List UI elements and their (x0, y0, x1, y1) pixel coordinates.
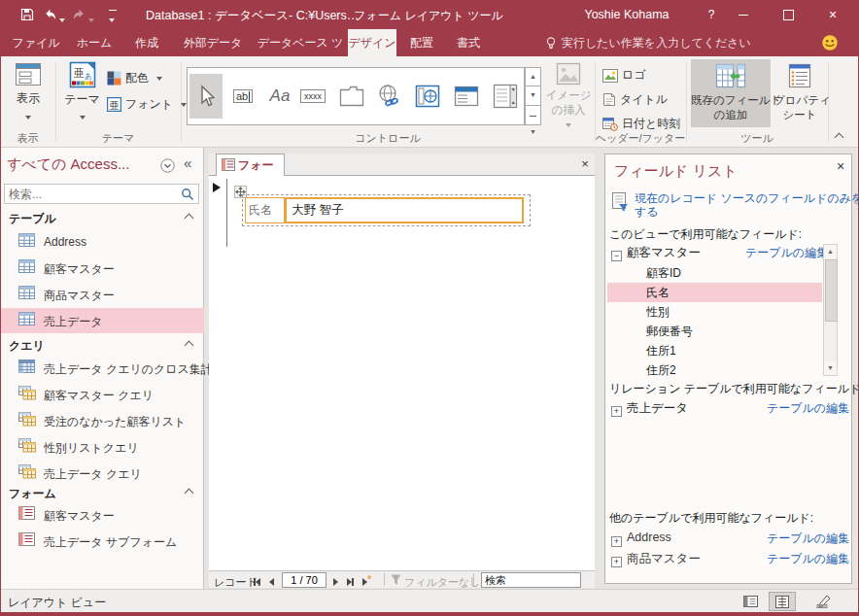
redo-dropdown-icon[interactable] (88, 13, 94, 26)
edit-table-link-related[interactable]: テーブルの編集 (767, 400, 849, 417)
record-position-box[interactable] (282, 572, 326, 588)
new-record-icon[interactable]: * (362, 576, 371, 588)
tab-database-tools[interactable]: データベース ツール (253, 29, 348, 56)
tab-external-data[interactable]: 外部データ (177, 29, 249, 56)
label-control-button[interactable]: Aa (263, 74, 296, 119)
edit-table-link-address[interactable]: テーブルの編集 (767, 530, 849, 547)
help-button[interactable]: ? (702, 8, 721, 21)
form-field-label[interactable]: 氏名 (245, 197, 285, 223)
nav-group-queries[interactable]: クエリ (1, 334, 204, 356)
user-name[interactable]: Yoshie Kohama (568, 8, 685, 21)
tellme-box[interactable]: 実行したい作業を入力してください (562, 29, 751, 56)
nav-item-customer-master-form[interactable]: 顧客マスター (1, 502, 204, 528)
undo-icon[interactable] (43, 8, 57, 21)
previous-record-icon[interactable] (269, 576, 274, 588)
nav-item-sales-data-subform[interactable]: 売上データ サブフォーム (1, 529, 204, 554)
collapse-ribbon-icon[interactable] (836, 130, 842, 144)
gallery-more-button[interactable]: ▼ (525, 106, 541, 125)
themes-button[interactable]: 亜あ テーマ (59, 60, 105, 123)
field-item[interactable]: 住所2 (646, 360, 676, 376)
tab-format[interactable]: 書式 (445, 29, 492, 56)
insert-image-button[interactable]: イメージ の挿入 (544, 62, 593, 131)
next-record-icon[interactable] (333, 576, 338, 588)
feedback-smiley-icon[interactable] (821, 34, 839, 51)
logo-button[interactable]: ロゴ (602, 65, 646, 85)
select-tool-button[interactable] (189, 74, 223, 119)
show-only-current-source-link[interactable]: 現在のレコード ソースのフィールドのみを表示 (635, 190, 859, 207)
expand-tree-icon[interactable]: + (611, 533, 622, 547)
nav-item-crosstab-query[interactable]: 売上データ クエリのクロス集計 (1, 356, 204, 381)
nav-item-gender-list-query[interactable]: 性別リストクエリ (1, 434, 204, 460)
nav-item-product-master-table[interactable]: 商品マスター (1, 282, 204, 307)
nav-item-sales-data-table[interactable]: 売上データ (1, 308, 204, 333)
field-list-close-icon[interactable]: × (833, 158, 848, 174)
textbox-control-button[interactable]: ab (226, 74, 259, 119)
field-item[interactable]: 住所1 (646, 341, 676, 360)
button-control-button[interactable]: xxxx (296, 74, 329, 119)
maximize-button[interactable] (772, 0, 805, 29)
property-sheet-button[interactable]: プロパティ シート (773, 59, 826, 127)
fonts-button[interactable]: 亜 フォント (107, 94, 187, 114)
show-only-current-source-link-2[interactable]: する (635, 204, 659, 221)
field-item[interactable]: 性別 (646, 302, 670, 322)
customize-qat-icon[interactable] (109, 10, 117, 26)
colors-button[interactable]: 配色 (107, 68, 162, 87)
primary-table-name[interactable]: 顧客マスター (627, 245, 701, 261)
field-item[interactable]: 顧客ID (646, 263, 681, 283)
add-existing-fields-button[interactable]: 既存のフィールド の追加 (691, 59, 771, 127)
tab-home[interactable]: ホーム (70, 29, 119, 56)
expand-tree-icon[interactable]: + (611, 554, 622, 567)
first-record-icon[interactable] (254, 576, 260, 588)
search-icon[interactable] (181, 188, 194, 201)
tab-control-button[interactable] (335, 74, 368, 119)
nav-group-tables[interactable]: テーブル (1, 207, 204, 228)
filter-status-label[interactable]: フィルターなし (404, 575, 481, 590)
tab-file[interactable]: ファイル (10, 29, 62, 56)
nav-item-address[interactable]: Address (1, 229, 204, 255)
navigation-control-button[interactable] (450, 74, 483, 119)
nav-search-input[interactable] (5, 185, 178, 203)
design-view-button[interactable] (809, 592, 837, 611)
undo-dropdown-icon[interactable] (59, 13, 65, 26)
document-tab-form1[interactable]: フォーム1 (216, 154, 285, 176)
other-table-name-address[interactable]: Address (627, 530, 671, 544)
scroll-up-icon[interactable]: ▲ (824, 245, 837, 258)
form-view-button[interactable] (737, 592, 764, 611)
nav-group-forms[interactable]: フォーム (1, 482, 204, 503)
field-item[interactable]: 郵便番号 (646, 322, 693, 341)
gallery-scroll-down-button[interactable]: ▼ (525, 86, 541, 106)
form-field-textbox[interactable]: 大野 智子 (285, 197, 524, 223)
field-item-selected[interactable]: 氏名 (646, 283, 670, 302)
scroll-thumb[interactable] (825, 259, 838, 322)
view-button[interactable]: 表示 (5, 60, 52, 123)
close-button[interactable]: × (816, 0, 849, 29)
save-icon[interactable] (19, 7, 35, 22)
nav-item-customer-master-table[interactable]: 顧客マスター (1, 256, 204, 281)
title-button[interactable]: タイトル (602, 89, 668, 109)
related-table-name[interactable]: 売上データ (627, 400, 688, 417)
nav-item-customer-master-query[interactable]: 顧客マスター クエリ (1, 382, 204, 407)
tab-arrange[interactable]: 配置 (400, 29, 443, 56)
other-table-name-product-master[interactable]: 商品マスター (627, 551, 701, 567)
combobox-control-button[interactable] (489, 74, 522, 119)
collapse-tree-icon[interactable]: − (611, 248, 622, 261)
tab-create[interactable]: 作成 (124, 29, 169, 56)
nav-item-no-order-customers-query[interactable]: 受注のなかった顧客リスト (1, 408, 204, 433)
field-list-scrollbar[interactable]: ▲ ▼ (823, 244, 838, 376)
form-layout-canvas[interactable]: 氏名 大野 智子 (209, 176, 595, 570)
document-close-icon[interactable]: × (578, 157, 592, 171)
layout-view-button[interactable] (769, 592, 796, 611)
edit-table-link-product[interactable]: テーブルの編集 (767, 551, 849, 567)
nav-pane-menu-icon[interactable] (160, 158, 175, 173)
minimize-button[interactable] (727, 0, 760, 29)
expand-tree-icon[interactable]: + (611, 403, 622, 417)
gallery-scroll-up-button[interactable]: ▲ (525, 67, 541, 86)
web-browser-control-button[interactable] (411, 74, 444, 119)
shutter-close-icon[interactable]: « (184, 154, 191, 171)
nav-pane-title[interactable]: すべての Access... (7, 155, 129, 174)
tab-design[interactable]: デザイン (348, 29, 396, 56)
date-time-button[interactable]: 日付と時刻 (602, 114, 680, 133)
last-record-icon[interactable] (347, 576, 354, 588)
record-search-input[interactable] (481, 572, 581, 588)
scroll-down-icon[interactable]: ▼ (824, 361, 837, 375)
